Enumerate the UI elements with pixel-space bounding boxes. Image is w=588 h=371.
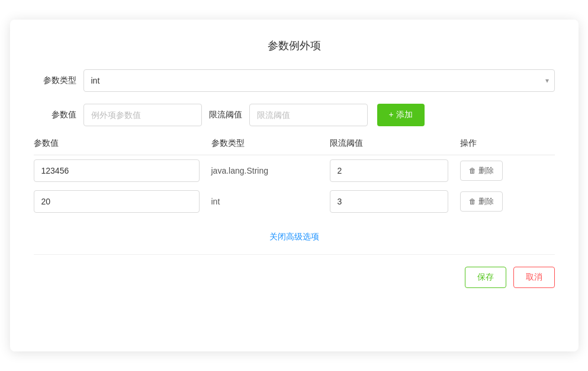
param-type-label: 参数类型 bbox=[34, 75, 76, 86]
row2-delete-label: 删除 bbox=[478, 196, 494, 207]
col-param-value: 参数值 bbox=[34, 138, 211, 149]
save-button[interactable]: 保存 bbox=[465, 267, 506, 288]
param-type-select-wrapper: int java.lang.String long double float b… bbox=[83, 69, 555, 92]
param-value-row: 参数值 限流阈值 + 添加 bbox=[34, 104, 555, 126]
row1-action-cell: 🗑 删除 bbox=[460, 161, 555, 181]
row2-threshold-input[interactable] bbox=[330, 190, 448, 213]
table-section: 参数值 参数类型 限流阈值 操作 java.lang.String 🗑 删除 bbox=[34, 138, 555, 215]
close-advanced-link[interactable]: 关闭高级选项 bbox=[269, 232, 319, 241]
table-header: 参数值 参数类型 限流阈值 操作 bbox=[34, 138, 555, 155]
col-param-type: 参数类型 bbox=[211, 138, 330, 149]
row1-threshold-input[interactable] bbox=[330, 159, 448, 182]
add-button[interactable]: + 添加 bbox=[377, 104, 425, 126]
row1-delete-label: 删除 bbox=[478, 165, 494, 176]
col-action: 操作 bbox=[460, 138, 555, 149]
trash-icon: 🗑 bbox=[469, 167, 476, 175]
row2-param-value-cell bbox=[34, 190, 211, 213]
row1-param-type-text: java.lang.String bbox=[211, 166, 269, 175]
row2-param-value-input[interactable] bbox=[34, 190, 200, 213]
row1-param-value-input[interactable] bbox=[34, 159, 200, 182]
col-threshold: 限流阈值 bbox=[330, 138, 460, 149]
threshold-label: 限流阈值 bbox=[209, 110, 242, 120]
footer: 保存 取消 bbox=[34, 267, 555, 288]
input-group: 限流阈值 + 添加 bbox=[83, 104, 555, 126]
row1-threshold-cell bbox=[330, 159, 460, 182]
trash-icon: 🗑 bbox=[469, 197, 476, 206]
table-row: java.lang.String 🗑 删除 bbox=[34, 158, 555, 184]
param-value-label: 参数值 bbox=[34, 110, 76, 120]
row1-param-type-cell: java.lang.String bbox=[211, 166, 330, 175]
threshold-input[interactable] bbox=[249, 104, 368, 126]
row2-threshold-cell bbox=[330, 190, 460, 213]
row2-param-type-cell: int bbox=[211, 197, 330, 206]
row2-delete-button[interactable]: 🗑 删除 bbox=[460, 191, 503, 212]
table-row: int 🗑 删除 bbox=[34, 188, 555, 215]
param-value-input[interactable] bbox=[83, 104, 202, 126]
row2-action-cell: 🗑 删除 bbox=[460, 191, 555, 212]
divider bbox=[34, 254, 555, 255]
dialog-title: 参数例外项 bbox=[34, 39, 555, 53]
param-type-row: 参数类型 int java.lang.String long double fl… bbox=[34, 69, 555, 92]
row1-param-value-cell bbox=[34, 159, 211, 182]
cancel-button[interactable]: 取消 bbox=[513, 267, 555, 288]
param-type-select[interactable]: int java.lang.String long double float b… bbox=[83, 69, 555, 92]
row1-delete-button[interactable]: 🗑 删除 bbox=[460, 161, 503, 181]
row2-param-type-text: int bbox=[211, 197, 220, 206]
dialog-container: 参数例外项 参数类型 int java.lang.String long dou… bbox=[10, 20, 579, 351]
close-advanced-section: 关闭高级选项 bbox=[34, 231, 555, 242]
